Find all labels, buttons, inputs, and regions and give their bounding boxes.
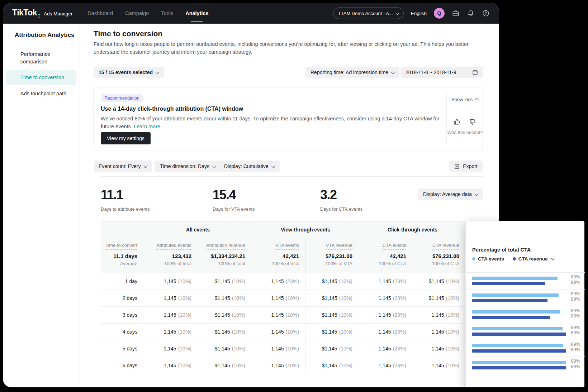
chart-legend[interactable]: CTA events CTA revenue bbox=[472, 256, 555, 262]
page-title: Time to conversion bbox=[94, 29, 162, 38]
table-row: 4 days 1,145(10%) $1,145(10%) 1,145(10%)… bbox=[101, 323, 466, 340]
stat-days-vta-label: Days for VTA events bbox=[213, 206, 255, 212]
legend-dot-cta-revenue bbox=[513, 257, 516, 260]
legend-cta-events: CTA events bbox=[478, 256, 504, 262]
screen: TikTok Ads Manager Dashboard Campaign To… bbox=[0, 0, 588, 392]
briefcase-icon[interactable] bbox=[452, 9, 460, 17]
tiktok-logo[interactable]: TikTok Ads Manager bbox=[12, 8, 72, 19]
stat-divider bbox=[303, 189, 303, 211]
chevron-down-icon bbox=[155, 70, 159, 74]
nav-item-campaign[interactable]: Campaign bbox=[125, 3, 149, 24]
stat-divider bbox=[193, 189, 193, 211]
stat-days-cta: 3.2 bbox=[320, 187, 337, 202]
notification-bell-icon[interactable] bbox=[467, 9, 475, 17]
chevron-down-icon[interactable] bbox=[551, 256, 555, 260]
stat-days-attribute: 11.1 bbox=[101, 187, 123, 202]
show-less-toggle[interactable]: Show less bbox=[449, 97, 481, 102]
display-data-dropdown[interactable]: Display: Average data bbox=[418, 188, 483, 200]
recommendation-title: Use a 14-day click-through attribution (… bbox=[101, 106, 243, 112]
bar-row: 89%89% bbox=[466, 306, 585, 323]
group-all-events: All events bbox=[144, 221, 252, 238]
events-selected-dropdown[interactable]: 15 / 15 events selected bbox=[94, 67, 164, 78]
export-icon bbox=[454, 164, 460, 169]
col-vta-revenue[interactable]: VTA revenue bbox=[326, 243, 352, 250]
recommendation-body: We've noticed 80% of your attributed eve… bbox=[101, 115, 441, 130]
col-attribution-revenue[interactable]: Attribution revenue bbox=[206, 243, 245, 250]
calendar-icon bbox=[472, 70, 478, 75]
top-nav: TikTok Ads Manager Dashboard Campaign To… bbox=[3, 3, 499, 24]
stat-days-vta: 15.4 bbox=[213, 187, 236, 202]
chevron-down-icon bbox=[391, 70, 395, 74]
recommendation-divider bbox=[446, 94, 447, 144]
view-my-settings-button[interactable]: View my settings bbox=[101, 132, 151, 144]
bar-chart: 89%89% 89%89% 89%89% 89%89% 89%89% 89%89… bbox=[466, 272, 585, 373]
legend-cta-revenue: CTA revenue bbox=[518, 256, 548, 262]
nav-item-dashboard[interactable]: Dashboard bbox=[87, 3, 113, 24]
table-column-header: Time to convert11.1 daysAverage Attribut… bbox=[101, 238, 466, 273]
helpful-label: Was this helpful? bbox=[444, 130, 486, 135]
legend-dot-cta-events bbox=[472, 257, 475, 260]
account-selector[interactable]: TTAM Demo Account - A... bbox=[333, 8, 404, 19]
section-divider bbox=[101, 176, 483, 177]
bar-row: 89%89% bbox=[466, 323, 585, 340]
event-count-dropdown[interactable]: Event count: Every bbox=[94, 161, 152, 172]
tiktok-colon-icon bbox=[38, 14, 40, 18]
recommendation-badge: Recommendation bbox=[101, 94, 143, 102]
chevron-down-icon bbox=[271, 164, 275, 168]
col-attributed-events[interactable]: Attributed events bbox=[156, 243, 191, 250]
display-mode-dropdown[interactable]: Display: Cumulative bbox=[219, 161, 280, 172]
group-view-through: View-through events bbox=[252, 221, 359, 238]
time-to-conversion-table: All events View-through events Click-thr… bbox=[101, 221, 466, 374]
percentage-of-total-cta-panel: Percentage of total CTA CTA events CTA r… bbox=[465, 221, 584, 387]
table-row: 5 days 1,145(10%) $1,145(10%) 1,145(10%)… bbox=[101, 340, 466, 357]
sidebar-title: Attribution Analytics bbox=[15, 32, 75, 39]
table-row: 2 days 1,145(10%) $1,145(10%) 1,145(10%)… bbox=[101, 290, 466, 306]
language-selector[interactable]: English bbox=[411, 11, 427, 16]
bar-row: 89%89% bbox=[466, 357, 585, 373]
help-icon[interactable] bbox=[482, 9, 490, 17]
table-row: 1 day 1,145(10%) $1,145(10%) 1,145(23%) … bbox=[101, 273, 466, 290]
group-click-through: Click-through events bbox=[359, 221, 466, 238]
nav-item-analytics[interactable]: Analytics bbox=[185, 3, 208, 24]
bar-row: 89%89% bbox=[466, 272, 585, 289]
bar-row: 89%89% bbox=[466, 340, 585, 357]
col-cta-events[interactable]: CTA events bbox=[383, 243, 406, 250]
sidebar-item-ads-touchpoint-path[interactable]: Ads touchpoint path bbox=[20, 91, 66, 96]
date-range-picker[interactable]: 2018-11-8 ~ 2018-11-9 bbox=[400, 67, 483, 78]
nav-item-tools[interactable]: Tools bbox=[161, 3, 173, 24]
learn-more-link[interactable]: Learn more. bbox=[134, 124, 162, 129]
time-dimension-dropdown[interactable]: Time dimension: Days bbox=[155, 161, 220, 172]
nav-right: TTAM Demo Account - A... English Q bbox=[333, 8, 490, 19]
thumbs-down-icon[interactable] bbox=[468, 118, 477, 126]
chevron-down-icon bbox=[474, 192, 478, 196]
avatar[interactable]: Q bbox=[434, 8, 445, 19]
chevron-down-icon bbox=[395, 11, 399, 15]
thumbs-up-icon[interactable] bbox=[453, 118, 461, 126]
reporting-time-dropdown[interactable]: Reporting time: Ad impression time bbox=[305, 67, 399, 78]
panel-title: Percentage of total CTA bbox=[472, 247, 531, 253]
nav-links: Dashboard Campaign Tools Analytics bbox=[87, 3, 208, 24]
col-time-to-convert[interactable]: Time to convert bbox=[105, 243, 137, 250]
sidebar-item-performance-comparison[interactable]: Performance comparison bbox=[20, 51, 74, 66]
chevron-up-icon bbox=[475, 97, 479, 101]
stat-days-attribute-label: Days to attribute events bbox=[101, 206, 150, 212]
ads-manager-label: Ads Manager bbox=[44, 11, 72, 16]
col-vta-events[interactable]: VTA events bbox=[275, 243, 299, 250]
stat-days-cta-label: Days for CTA events bbox=[320, 206, 362, 212]
col-cta-revenue[interactable]: CTA revenue bbox=[432, 243, 459, 250]
table-row: 3 days 1,145(10%) $1,145(10%) 1,145(10%)… bbox=[101, 306, 466, 323]
page-description: Find out how long it takes people to per… bbox=[94, 40, 485, 56]
sidebar-divider bbox=[80, 24, 80, 387]
chevron-down-icon bbox=[212, 164, 216, 168]
account-name: TTAM Demo Account - A... bbox=[338, 11, 393, 16]
table-group-header: All events View-through events Click-thr… bbox=[101, 221, 466, 238]
tiktok-wordmark: TikTok bbox=[12, 8, 37, 18]
sidebar-item-time-to-conversion[interactable]: Time to conversion bbox=[20, 75, 64, 80]
chevron-down-icon bbox=[143, 164, 147, 168]
export-button[interactable]: Export bbox=[449, 161, 483, 172]
bar-row: 89%89% bbox=[466, 289, 585, 306]
table-row: 6 days 1,145(10%) $1,145(10%) 1,145(10%)… bbox=[101, 357, 466, 374]
